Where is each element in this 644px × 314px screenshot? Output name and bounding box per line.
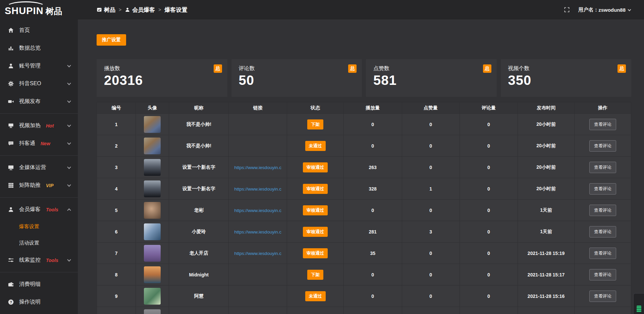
- view-comments-button[interactable]: 查看评论: [589, 226, 616, 238]
- stat-card-2: 点赞数总581: [366, 59, 497, 97]
- sidebar-divider: [0, 113, 78, 114]
- sidebar-item-label: 首页: [19, 27, 30, 34]
- avatar: [144, 202, 161, 219]
- sidebar-item-1[interactable]: 数据总览: [0, 39, 78, 57]
- view-comments-button[interactable]: 查看评论: [589, 140, 616, 152]
- chart-icon: [7, 45, 14, 52]
- cell-comments: [460, 307, 518, 314]
- table-row: 6小爱玲https://www.iesdouyin.c审核通过281301天前查…: [97, 221, 631, 243]
- cell-link: [229, 264, 287, 285]
- column-header: 发布时间: [518, 102, 575, 114]
- video-link[interactable]: https://www.iesdouyin.c: [234, 187, 281, 192]
- cell-status: 未通过: [287, 285, 344, 307]
- avatar: [144, 116, 161, 133]
- status-badge: 下架: [307, 119, 323, 129]
- cell-plays: [343, 307, 402, 314]
- sidebar-subitem-0[interactable]: 爆客设置: [0, 218, 78, 235]
- sidebar-item-7[interactable]: 全媒体运营: [0, 159, 78, 176]
- sidebar-item-3[interactable]: 抖音SEO: [0, 75, 78, 93]
- cell-nickname: 我不是小帅!: [169, 135, 229, 157]
- cell-id: [97, 307, 136, 314]
- avatar: [144, 288, 161, 305]
- cell-likes: 1: [402, 178, 460, 200]
- content: 推广设置 播放数总20316评论数总50点赞数总581视频个数总350 编号头像…: [78, 19, 644, 314]
- breadcrumb-item-section[interactable]: 会员爆客: [125, 6, 155, 14]
- chevron-down-icon: [628, 8, 631, 11]
- cell-action: 查看评论: [575, 285, 631, 307]
- cell-likes: [402, 307, 460, 314]
- sidebar-item-6[interactable]: 抖客通New: [0, 135, 78, 152]
- avatar: [144, 266, 161, 283]
- topbar: 树品 > 会员爆客 > 爆客设置 用户名：: [78, 0, 644, 19]
- cell-avatar: [136, 307, 169, 314]
- video-link[interactable]: https://www.iesdouyin.c: [234, 229, 281, 234]
- cell-likes: 0: [402, 264, 460, 285]
- chevron-up-icon: [67, 208, 71, 212]
- chat-widget[interactable]: [633, 293, 644, 314]
- cell-time: 20小时前: [518, 135, 575, 157]
- view-comments-button[interactable]: 查看评论: [589, 162, 616, 173]
- cell-status: [287, 307, 344, 314]
- cell-comments: 0: [460, 157, 518, 178]
- stat-label: 点赞数: [373, 65, 489, 72]
- view-comments-button[interactable]: 查看评论: [589, 291, 616, 302]
- video-link[interactable]: https://www.iesdouyin.c: [234, 251, 281, 256]
- video-link[interactable]: https://www.iesdouyin.c: [234, 208, 281, 213]
- cell-id: 7: [97, 243, 136, 264]
- stat-value: 50: [239, 73, 355, 88]
- cell-status: 审核通过: [287, 221, 344, 243]
- sidebar-item-8[interactable]: 矩阵助推VIP: [0, 176, 78, 194]
- sidebar-item-12[interactable]: ?操作说明: [0, 293, 78, 311]
- sidebar-item-label: 数据总览: [19, 45, 41, 52]
- fullscreen-icon[interactable]: [564, 7, 570, 12]
- sidebar-item-label: 会员爆客: [19, 206, 41, 213]
- view-comments-button[interactable]: 查看评论: [589, 183, 616, 195]
- sidebar-divider: [0, 197, 78, 198]
- video-link[interactable]: https://www.iesdouyin.c: [234, 165, 281, 170]
- cell-plays: 0: [343, 200, 402, 221]
- cell-nickname: [169, 307, 229, 314]
- view-comments-button[interactable]: 查看评论: [589, 269, 616, 280]
- sidebar-item-label: 线索监控: [19, 257, 41, 264]
- cell-link: [229, 114, 287, 135]
- sidebar-item-11[interactable]: 消费明细: [0, 275, 78, 293]
- cell-status: 审核通过: [287, 178, 344, 200]
- sidebar-item-0[interactable]: 首页: [0, 21, 78, 39]
- cell-nickname: Midnight: [169, 264, 229, 285]
- view-comments-button[interactable]: 查看评论: [589, 205, 616, 216]
- user-menu[interactable]: 用户名： zswodun88: [578, 7, 631, 13]
- cell-status: 下架: [287, 114, 344, 135]
- cell-likes: 0: [402, 285, 460, 307]
- sidebar-item-badge: Tools: [46, 258, 58, 263]
- cell-plays: 0: [343, 135, 402, 157]
- sidebar-item-9[interactable]: 会员爆客Tools: [0, 201, 78, 218]
- stat-value: 350: [508, 73, 624, 88]
- promo-settings-button[interactable]: 推广设置: [97, 34, 126, 46]
- total-badge: 总: [214, 64, 222, 73]
- view-comments-button[interactable]: 查看评论: [589, 119, 616, 130]
- table-row: 1我不是小帅!下架00020小时前查看评论: [97, 114, 631, 135]
- breadcrumb-item-current: 爆客设置: [164, 6, 187, 14]
- sidebar-item-10[interactable]: 线索监控Tools: [0, 251, 78, 269]
- chevron-down-icon: [67, 123, 71, 127]
- cell-action: 查看评论: [575, 264, 631, 285]
- sidebar-item-4[interactable]: 视频发布: [0, 93, 78, 110]
- sidebar-item-5[interactable]: 视频加热Hot: [0, 117, 78, 135]
- cell-nickname: 老彬: [169, 200, 229, 221]
- chat-icon: [7, 140, 14, 147]
- breadcrumb-label: 爆客设置: [164, 6, 187, 14]
- app-root: SHUPIN树品 首页数据总览账号管理抖音SEO视频发布视频加热Hot抖客通Ne…: [0, 0, 644, 314]
- cell-comments: 0: [460, 221, 518, 243]
- view-comments-button[interactable]: 查看评论: [589, 248, 616, 259]
- stat-card-1: 评论数总50: [231, 59, 362, 97]
- cell-action: [575, 307, 631, 314]
- cell-id: 8: [97, 264, 136, 285]
- cell-id: 4: [97, 178, 136, 200]
- breadcrumb-item-home[interactable]: 树品: [97, 6, 115, 14]
- cell-id: 6: [97, 221, 136, 243]
- logo[interactable]: SHUPIN树品: [0, 0, 78, 19]
- chevron-down-icon: [67, 165, 71, 169]
- sidebar-item-2[interactable]: 账号管理: [0, 57, 78, 75]
- sidebar-item-label: 账号管理: [19, 62, 41, 69]
- sidebar-subitem-1[interactable]: 活动设置: [0, 235, 78, 251]
